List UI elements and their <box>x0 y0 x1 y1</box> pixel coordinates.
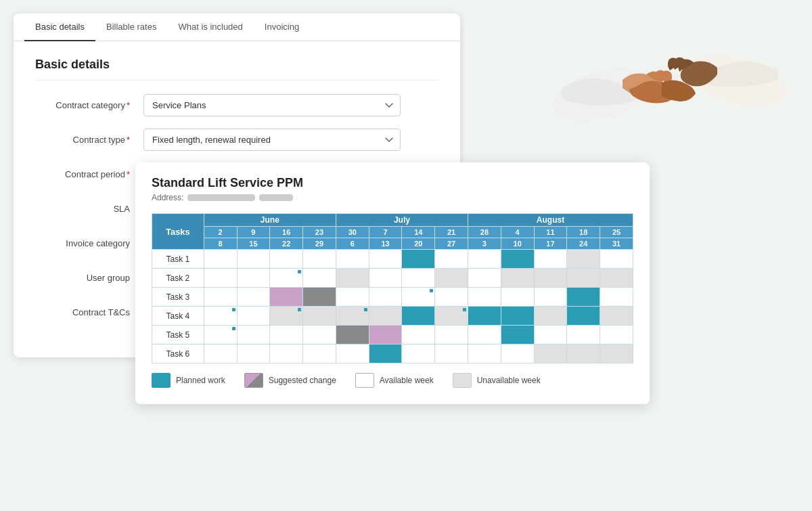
t3-c12 <box>567 288 600 307</box>
t1-c4 <box>303 250 336 269</box>
t5-c5 <box>336 326 369 345</box>
week-aug-5b: 31 <box>600 238 633 250</box>
task-2-row: Task 2 <box>152 269 633 288</box>
t1-c8 <box>435 250 468 269</box>
july-header: July <box>336 214 468 227</box>
t4-c12 <box>567 307 600 326</box>
t1-c10 <box>501 250 534 269</box>
t2-c10 <box>501 269 534 288</box>
t4-c9 <box>468 307 501 326</box>
t6-c2 <box>237 345 270 363</box>
task-6-row: Task 6 <box>152 345 633 363</box>
contract-tcs-label: Contract T&Cs <box>35 307 143 317</box>
week-jun-2b: 15 <box>237 238 270 250</box>
t4-c3 <box>270 307 303 326</box>
t1-c7 <box>402 250 435 269</box>
t2-c13 <box>600 269 633 288</box>
t5-c11 <box>534 326 567 345</box>
sla-label: SLA <box>35 204 143 214</box>
t2-c6 <box>369 269 402 288</box>
t6-c13 <box>600 345 633 363</box>
t5-c2 <box>237 326 270 345</box>
week-number-row-1: 2 9 16 23 30 7 14 21 28 4 11 18 25 <box>152 227 633 238</box>
t6-c12 <box>567 345 600 363</box>
t4-c13 <box>600 307 633 326</box>
legend-planned: Planned work <box>152 373 225 388</box>
t3-c13 <box>600 288 633 307</box>
required-star-3: * <box>127 169 130 179</box>
t5-c4 <box>303 326 336 345</box>
june-header: June <box>204 214 336 227</box>
t6-c8 <box>435 345 468 363</box>
legend-unavailable: Unavailable week <box>453 373 541 388</box>
week-jul-4b: 27 <box>435 238 468 250</box>
week-aug-1b: 3 <box>468 238 501 250</box>
t6-c6 <box>369 345 402 363</box>
t2-c4 <box>303 269 336 288</box>
t4-c10 <box>501 307 534 326</box>
t2-c5 <box>336 269 369 288</box>
t2-c9 <box>468 269 501 288</box>
t1-c5 <box>336 250 369 269</box>
t2-c1 <box>204 269 237 288</box>
t2-c3 <box>270 269 303 288</box>
week-jun-3: 16 <box>270 227 303 238</box>
t6-c7 <box>402 345 435 363</box>
week-jul-2: 7 <box>369 227 402 238</box>
legend-suggested-box <box>244 373 263 388</box>
t1-c12 <box>567 250 600 269</box>
t5-c7 <box>402 326 435 345</box>
t4-c1 <box>204 307 237 326</box>
t5-c6 <box>369 326 402 345</box>
t6-c9 <box>468 345 501 363</box>
t3-c8 <box>435 288 468 307</box>
t6-c3 <box>270 345 303 363</box>
t5-c10 <box>501 326 534 345</box>
legend-planned-label: Planned work <box>176 376 225 385</box>
week-jul-1b: 6 <box>336 238 369 250</box>
invoice-category-label: Invoice category <box>35 238 143 248</box>
week-aug-3b: 17 <box>534 238 567 250</box>
week-aug-4b: 24 <box>567 238 600 250</box>
legend-suggested-label: Suggested change <box>269 376 336 385</box>
card-title: Basic details <box>35 58 438 81</box>
t4-c5 <box>336 307 369 326</box>
contract-period-label: Contract period* <box>35 169 143 179</box>
week-jul-3b: 20 <box>402 238 435 250</box>
t4-c2 <box>237 307 270 326</box>
week-number-row-2: 8 15 22 29 6 13 20 27 3 10 17 24 31 <box>152 238 633 250</box>
t3-c4 <box>303 288 336 307</box>
t2-c7 <box>402 269 435 288</box>
tab-invoicing[interactable]: Invoicing <box>254 14 310 41</box>
task-3-row: Task 3 <box>152 288 633 307</box>
t4-c11 <box>534 307 567 326</box>
contract-type-row: Contract type* Fixed length, renewal req… <box>35 129 438 151</box>
t1-c11 <box>534 250 567 269</box>
contract-category-select[interactable]: Service Plans <box>143 94 401 116</box>
legend-unavailable-box <box>453 373 472 388</box>
t5-c8 <box>435 326 468 345</box>
tab-basic-details[interactable]: Basic details <box>24 14 95 41</box>
task-6-label: Task 6 <box>152 345 204 363</box>
task-5-row: Task 5 <box>152 326 633 345</box>
contract-type-select[interactable]: Fixed length, renewal required <box>143 129 401 151</box>
required-star: * <box>127 100 130 110</box>
contract-category-label: Contract category* <box>35 100 143 110</box>
legend-suggested: Suggested change <box>244 373 336 388</box>
handshake-illustration <box>548 7 792 142</box>
legend-unavailable-label: Unavailable week <box>477 376 541 385</box>
address-bar-2 <box>259 194 293 201</box>
t3-c3 <box>270 288 303 307</box>
t5-c1 <box>204 326 237 345</box>
week-jul-2b: 13 <box>369 238 402 250</box>
user-group-label: User group <box>35 273 143 283</box>
t1-c9 <box>468 250 501 269</box>
t2-c2 <box>237 269 270 288</box>
t3-c7 <box>402 288 435 307</box>
ppm-address: Address: <box>152 193 633 202</box>
t3-c2 <box>237 288 270 307</box>
week-jun-4b: 29 <box>303 238 336 250</box>
tab-what-is-included[interactable]: What is included <box>167 14 253 41</box>
tab-billable-rates[interactable]: Billable rates <box>95 14 167 41</box>
week-aug-5: 25 <box>600 227 633 238</box>
